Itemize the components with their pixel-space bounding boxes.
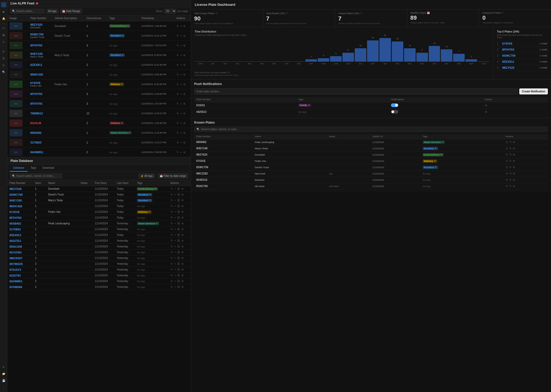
delete-btn[interactable]: ⊗ <box>183 151 186 154</box>
db-add-btn[interactable]: + <box>174 285 176 288</box>
push-delete-btn[interactable]: ⊗ <box>485 110 488 114</box>
db-link-btn[interactable]: ⛓ <box>177 245 180 248</box>
known-delete-btn[interactable]: ⊗ <box>512 166 515 169</box>
db-refresh-btn[interactable]: ↻ <box>170 199 173 202</box>
known-edit-btn[interactable]: ✎ <box>509 166 512 169</box>
known-edit-btn[interactable]: ✎ <box>509 147 512 150</box>
known-copy-btn[interactable]: ⊙ <box>505 147 508 150</box>
db-refresh-btn[interactable]: ↻ <box>170 187 173 190</box>
known-delete-btn[interactable]: ⊗ <box>512 172 515 175</box>
push-create-button[interactable]: Create Notification <box>519 88 548 94</box>
refresh-btn[interactable]: ↻ <box>176 102 179 105</box>
known-copy-btn[interactable]: ⊙ <box>505 140 508 144</box>
db-delete-btn[interactable]: ⊗ <box>181 251 184 254</box>
db-refresh-btn[interactable]: ↻ <box>170 216 173 219</box>
db-link-btn[interactable]: ⛓ <box>177 187 180 190</box>
known-edit-btn[interactable]: ✎ <box>509 172 512 175</box>
delete-btn[interactable]: ⊗ <box>183 141 186 144</box>
db-refresh-btn[interactable]: ↻ <box>170 193 173 196</box>
db-refresh-btn[interactable]: ↻ <box>170 233 173 237</box>
db-refresh-btn[interactable]: ↻ <box>170 274 173 277</box>
add-btn[interactable]: + <box>180 34 182 37</box>
db-link-btn[interactable]: ⛓ <box>177 262 180 265</box>
refresh-btn[interactable]: ↻ <box>176 63 179 67</box>
db-link-btn[interactable]: ⛓ <box>177 233 180 236</box>
refresh-btn[interactable]: ↻ <box>176 73 179 76</box>
db-delete-btn[interactable]: ⊗ <box>181 204 184 208</box>
db-link-btn[interactable]: ⛓ <box>177 239 180 242</box>
sidebar-eye-icon[interactable]: ◎ <box>1 39 6 44</box>
db-refresh-btn[interactable]: ↻ <box>170 210 173 214</box>
delete-btn[interactable]: ⊗ <box>183 92 186 96</box>
db-add-btn[interactable]: + <box>174 245 176 248</box>
known-delete-btn[interactable]: ⊗ <box>512 184 515 188</box>
sidebar-settings-icon[interactable]: ⚙ <box>1 49 6 54</box>
db-add-btn[interactable]: + <box>174 268 176 271</box>
db-search-input[interactable] <box>16 174 58 177</box>
db-date-filter[interactable]: 📅 Filter by date range <box>158 173 188 178</box>
known-copy-btn[interactable]: ⊙ <box>505 172 508 175</box>
db-add-btn[interactable]: + <box>174 274 176 277</box>
add-btn[interactable]: + <box>180 102 182 105</box>
alpr-search-input[interactable] <box>16 10 43 13</box>
db-link-btn[interactable]: ⛓ <box>177 274 180 277</box>
sidebar-save-icon[interactable]: 💾 <box>1 378 6 383</box>
known-edit-btn[interactable]: ✎ <box>509 140 512 144</box>
db-delete-btn[interactable]: ⊗ <box>181 285 184 289</box>
delete-btn[interactable]: ⊗ <box>183 83 186 86</box>
db-add-btn[interactable]: + <box>174 256 176 259</box>
refresh-btn[interactable]: ↻ <box>176 121 179 125</box>
sidebar-link-icon[interactable]: ⛓ <box>1 56 6 61</box>
add-btn[interactable]: + <box>180 73 182 76</box>
db-refresh-btn[interactable]: ↻ <box>170 239 173 242</box>
db-refresh-btn[interactable]: ↻ <box>170 262 173 266</box>
db-link-btn[interactable]: ⛓ <box>177 222 180 225</box>
alpr-tag-filter[interactable]: All tags <box>46 9 59 14</box>
db-add-btn[interactable]: + <box>174 210 176 213</box>
add-btn[interactable]: + <box>180 63 182 66</box>
db-link-btn[interactable]: ⛓ <box>177 199 180 202</box>
db-tab-download[interactable]: Download <box>39 165 57 172</box>
refresh-btn[interactable]: ↻ <box>176 54 179 57</box>
db-tab-tags[interactable]: Tags <box>28 165 39 172</box>
delete-btn[interactable]: ⊗ <box>183 54 186 57</box>
sidebar-bell-icon[interactable]: 🔔 <box>1 16 6 21</box>
known-edit-btn[interactable]: ✎ <box>509 178 512 182</box>
db-delete-btn[interactable]: ⊗ <box>181 187 184 190</box>
db-link-btn[interactable]: ⛓ <box>177 210 180 213</box>
db-delete-btn[interactable]: ⊗ <box>181 268 184 271</box>
known-delete-btn[interactable]: ⊗ <box>512 159 515 163</box>
delete-btn[interactable]: ⊗ <box>183 112 186 115</box>
known-search-input[interactable] <box>201 128 545 131</box>
db-add-btn[interactable]: + <box>174 204 176 208</box>
known-delete-btn[interactable]: ⊗ <box>512 178 515 182</box>
db-add-btn[interactable]: + <box>174 233 176 236</box>
known-delete-btn[interactable]: ⊗ <box>512 140 515 144</box>
db-add-btn[interactable]: + <box>174 199 176 202</box>
delete-btn[interactable]: ⊗ <box>183 34 186 38</box>
push-toggle[interactable] <box>391 103 398 107</box>
sidebar-home-icon[interactable]: ⌂ <box>1 2 6 7</box>
db-delete-btn[interactable]: ⊗ <box>181 222 184 225</box>
db-delete-btn[interactable]: ⊗ <box>181 193 184 196</box>
db-link-btn[interactable]: ⛓ <box>177 268 180 271</box>
sidebar-upload-icon[interactable]: ↑ <box>1 385 6 390</box>
db-delete-btn[interactable]: ⊗ <box>181 279 184 283</box>
db-delete-btn[interactable]: ⊗ <box>181 199 184 202</box>
known-copy-btn[interactable]: ⊙ <box>505 184 508 188</box>
db-delete-btn[interactable]: ⊗ <box>181 227 184 231</box>
db-link-btn[interactable]: ⛓ <box>177 285 180 288</box>
add-btn[interactable]: + <box>180 24 182 28</box>
db-add-btn[interactable]: + <box>174 279 176 283</box>
known-copy-btn[interactable]: ⊙ <box>505 153 508 156</box>
db-link-btn[interactable]: ⛓ <box>177 279 180 283</box>
refresh-btn[interactable]: ↻ <box>176 92 179 96</box>
sidebar-chart-icon[interactable]: ▦ <box>1 32 6 38</box>
db-link-btn[interactable]: ⛓ <box>177 204 180 208</box>
push-plate-input[interactable] <box>194 88 518 94</box>
sidebar-folder-icon[interactable]: 📁 <box>1 371 6 376</box>
add-btn[interactable]: + <box>180 151 182 154</box>
db-refresh-btn[interactable]: ↻ <box>170 222 173 225</box>
push-toggle[interactable] <box>391 110 398 114</box>
db-delete-btn[interactable]: ⊗ <box>181 256 184 260</box>
